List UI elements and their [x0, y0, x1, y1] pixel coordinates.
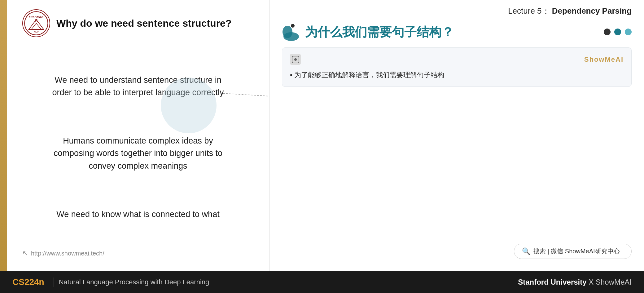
slide-content: Stanford S NLP Why do we need sentence s… — [7, 0, 269, 271]
card-bullet: • 为了能够正确地解释语言，我们需要理解句子结构 — [290, 69, 624, 80]
stanford-nlp-logo: Stanford S NLP — [22, 9, 50, 37]
lecture-title: Lecture 5： Dependency Parsing — [282, 0, 632, 20]
slide-paragraph-2: Humans communicate complex ideas bycompo… — [22, 131, 254, 175]
dot-1 — [604, 29, 611, 35]
slide-left-bar — [0, 0, 7, 271]
bottom-bar: CS224n Natural Language Processing with … — [0, 271, 644, 293]
bottom-divider — [54, 277, 54, 287]
slide-body: We need to understand sentence structure… — [22, 50, 254, 245]
svg-point-8 — [283, 26, 292, 38]
search-bar[interactable]: 🔍 搜索 | 微信 ShowMeAI研究中心 — [514, 244, 632, 259]
right-panel: Lecture 5： Dependency Parsing 为什么我们需要句子结… — [269, 0, 644, 271]
chinese-title-left: 为什么我们需要句子结构？ — [282, 23, 454, 41]
wave-icon — [282, 23, 300, 41]
dot-2 — [614, 29, 621, 35]
circle-decoration — [161, 78, 217, 133]
showmeai-brand: ShowMeAI — [584, 55, 624, 64]
svg-point-9 — [291, 24, 295, 28]
bottom-right: Stanford University X ShowMeAI — [518, 278, 632, 286]
chinese-title-section: 为什么我们需要句子结构？ — [282, 23, 632, 41]
x-showmeai-text: X ShowMeAI — [589, 278, 632, 286]
bottom-left: CS224n Natural Language Processing with … — [12, 277, 209, 287]
slide-footer: ↖ http://www.showmeai.tech/ — [22, 245, 254, 262]
slide-paragraph-3: We need to know what is connected to wha… — [22, 205, 254, 224]
stanford-text: Stanford University — [518, 278, 586, 286]
footer-url: http://www.showmeai.tech/ — [31, 250, 104, 257]
search-icon: 🔍 — [522, 247, 530, 255]
showmeai-card: ShowMeAI • 为了能够正确地解释语言，我们需要理解句子结构 — [282, 47, 632, 87]
dot-3 — [625, 29, 632, 35]
main-area: Stanford S NLP Why do we need sentence s… — [0, 0, 644, 271]
svg-text:NLP: NLP — [34, 30, 39, 33]
cs-code: CS224n — [12, 277, 44, 287]
card-icon — [290, 54, 301, 65]
dot-indicators — [604, 29, 632, 35]
bottom-subtitle: Natural Language Processing with Deep Le… — [59, 278, 209, 286]
slide-panel: Stanford S NLP Why do we need sentence s… — [0, 0, 269, 271]
slide-header: Stanford S NLP Why do we need sentence s… — [22, 9, 254, 37]
cursor-icon: ↖ — [22, 249, 28, 257]
slide-title: Why do we need sentence structure? — [56, 18, 231, 29]
lecture-topic: Dependency Parsing — [552, 6, 632, 16]
slide-paragraph-1: We need to understand sentence structure… — [22, 71, 254, 102]
search-label: 搜索 | 微信 ShowMeAI研究中心 — [533, 247, 620, 255]
chinese-heading: 为什么我们需要句子结构？ — [305, 24, 454, 41]
lecture-label: Lecture 5： — [508, 6, 550, 16]
card-header: ShowMeAI — [290, 54, 624, 65]
